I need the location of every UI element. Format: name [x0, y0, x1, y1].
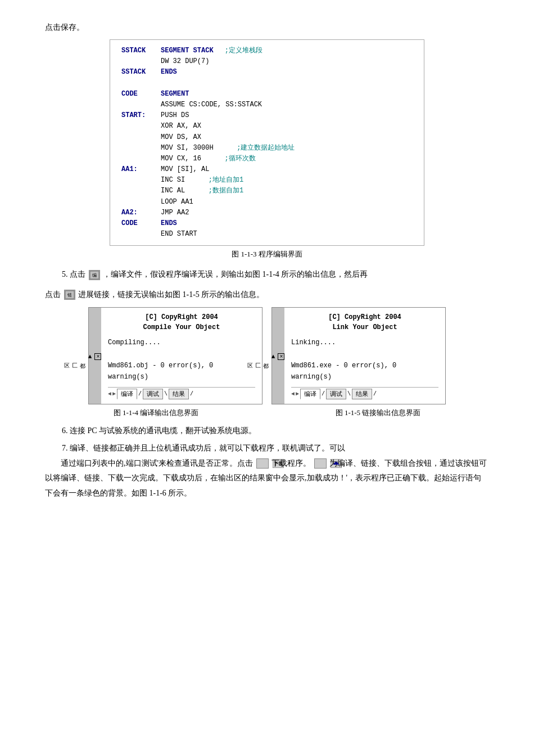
code-keyword: SEGMENT STACK — [161, 46, 214, 56]
code-normal: INC SI — [161, 175, 185, 186]
code-line: AA1: MOV [SI], AL — [121, 164, 413, 175]
code-line: MOV DS, AX — [121, 132, 413, 143]
up-arrow-icon: ▲ — [87, 353, 93, 360]
code-normal: LOOP AA1 — [161, 197, 193, 208]
svg-rect-6 — [331, 459, 342, 468]
code-keyword: ENDS — [161, 67, 177, 78]
step-list: 6. 连接 PC 与试验系统的通讯电缆，翻开试验系统电源。 7. 编译、链接都正… — [62, 424, 489, 456]
code-label — [121, 186, 161, 196]
code-normal: MOV CX, 16 — [161, 154, 201, 164]
code-line: XOR AX, AX — [121, 121, 413, 132]
compile-tabs: ◄ ► 编译 / 调试 \ 结果 / — [108, 387, 255, 399]
tab-compile[interactable]: 编译 — [117, 389, 137, 399]
prev-arrow-icon3[interactable]: ◄ — [291, 391, 295, 397]
code-normal: XOR AX, AX — [161, 121, 201, 132]
code-label — [121, 143, 161, 154]
tab-sep6: / — [373, 391, 377, 397]
code-label: SSTACK — [121, 67, 161, 78]
tab-separator2: \ — [164, 391, 168, 397]
code-line: INC AL ;数据自加1 — [121, 186, 413, 196]
code-line: CODE SEGMENT — [121, 89, 413, 100]
code-comment: ;数据自加1 — [196, 186, 243, 196]
code-label — [121, 121, 161, 132]
step5-text: 5. 点击 编 ，编译文件，假设程序编译无误，则输出如图 1-1-4 所示的输出… — [45, 267, 489, 281]
link-title: [C] CopyRight 2004 Link Your Object — [291, 312, 438, 332]
code-label — [121, 132, 161, 143]
download-icon[interactable]: 下载 — [256, 458, 269, 469]
link-left-bar: × ▲ 都匚区 — [272, 308, 284, 404]
code-label: SSTACK — [121, 46, 161, 56]
svg-rect-4 — [273, 459, 284, 468]
close-button[interactable]: × — [94, 353, 101, 360]
code-editor-screenshot: SSTACK SEGMENT STACK ;定义堆栈段 DW 32 DUP(7)… — [110, 39, 424, 246]
code-comment: ;定义堆栈段 — [225, 46, 263, 56]
code-line: CODE ENDS — [121, 218, 413, 229]
code-normal: PUSH DS — [161, 110, 189, 121]
tab-debug[interactable]: 调试 — [143, 389, 163, 399]
compile-icon[interactable]: 编 — [89, 270, 100, 280]
up-arrow-icon2: ▲ — [270, 353, 277, 360]
fig-captions-row: 图 1-1-4 编译输出信息界面 图 1-1-5 链接输出信息界面 — [45, 408, 489, 418]
code-keyword: ENDS — [161, 218, 177, 229]
code-line: DW 32 DUP(7) — [121, 56, 413, 67]
tab-result[interactable]: 结果 — [169, 389, 189, 399]
tab-result2[interactable]: 结果 — [352, 389, 372, 399]
code-label: CODE — [121, 218, 161, 229]
code-label — [121, 197, 161, 208]
code-normal: MOV DS, AX — [161, 132, 201, 143]
tab-sep5: \ — [347, 391, 351, 397]
code-label — [121, 154, 161, 164]
code-label: START: — [121, 110, 161, 121]
code-line: MOV SI, 3000H ;建立数据起始地址 — [121, 143, 413, 154]
code-line: END START — [121, 229, 413, 240]
code-normal: MOV SI, 3000H — [161, 143, 214, 154]
compile-content: Compiling.... Wmd861.obj - 0 error(s), 0… — [108, 337, 255, 383]
code-line: START: PUSH DS — [121, 110, 413, 121]
code-line: SSTACK SEGMENT STACK ;定义堆栈段 — [121, 46, 413, 56]
code-line: LOOP AA1 — [121, 197, 413, 208]
code-comment: ;循环次数 — [212, 154, 256, 164]
svg-marker-7 — [333, 461, 340, 465]
code-line: SSTACK ENDS — [121, 67, 413, 78]
compile-left-bar: × ▲ 都匚区 — [89, 308, 101, 404]
next-arrow-icon3[interactable]: ► — [296, 391, 299, 397]
step5-num: 5. 点击 — [62, 270, 85, 278]
link-panel-row: × ▲ 都匚区 [C] CopyRight 2004 Link Your Obj… — [272, 308, 445, 404]
code-label — [121, 100, 161, 110]
code-line: MOV CX, 16 ;循环次数 — [121, 154, 413, 164]
code-line-blank — [121, 78, 413, 89]
body-text1: 通过端口列表中的,端口测试'来检查通讯是否正常。点击 下载 下载程序。 为编译、… — [45, 456, 489, 501]
step5-text2: ，编译文件，假设程序编译无误，则输出如图 1-1-4 所示的输出信息，然后再 — [103, 270, 368, 278]
code-label — [121, 175, 161, 186]
code-normal: ASSUME CS:CODE, SS:SSTACK — [161, 100, 262, 110]
step7-text: 7. 编译、链接都正确并且上位机通讯成功后，就可以下载程序，联机调试了。可以 — [62, 441, 489, 456]
code-label — [121, 229, 161, 240]
close-button2[interactable]: × — [278, 353, 284, 360]
tab-separator: / — [138, 391, 142, 397]
link-panel-inner: [C] CopyRight 2004 Link Your Object Link… — [284, 308, 445, 404]
code-label: AA2: — [121, 208, 161, 218]
intro-text: 点击保存。 — [45, 22, 489, 33]
svg-text:下载: 下载 — [274, 461, 283, 466]
tab-debug2[interactable]: 调试 — [326, 389, 346, 399]
step5-cont-label: 点击 — [45, 290, 61, 299]
fig114-caption: 图 1-1-4 编译输出信息界面 — [114, 408, 199, 418]
next-arrow-icon[interactable]: ► — [112, 391, 116, 397]
code-line: INC SI ;地址自加1 — [121, 175, 413, 186]
prev-arrow-icon[interactable]: ◄ — [108, 391, 111, 397]
tab-compile2[interactable]: 编译 — [300, 389, 320, 399]
link-tabs: ◄ ► 编译 / 调试 \ 结果 / — [291, 387, 438, 399]
code-comment: ;建立数据起始地址 — [225, 143, 295, 154]
step5-cont: 点击 链 进展链接，链接无误输出如图 1-1-5 所示的输出信息。 — [45, 287, 489, 302]
compile-output-panel: × ▲ 都匚区 [C] CopyRight 2004 Compile Your … — [88, 307, 263, 405]
code-label: AA1: — [121, 164, 161, 175]
fig115-caption: 图 1-1-5 链接输出信息界面 — [336, 408, 421, 418]
code-keyword: SEGMENT — [161, 89, 189, 100]
combo-download-icon[interactable] — [314, 458, 327, 469]
compile-title: [C] CopyRight 2004 Compile Your Object — [108, 312, 255, 332]
code-label — [121, 56, 161, 67]
code-normal: JMP AA2 — [161, 208, 189, 218]
link-content: Linking.... Wmd861.exe - 0 error(s), 0 w… — [291, 337, 438, 383]
svg-text:编: 编 — [92, 273, 97, 278]
link-icon[interactable]: 链 — [64, 290, 75, 300]
